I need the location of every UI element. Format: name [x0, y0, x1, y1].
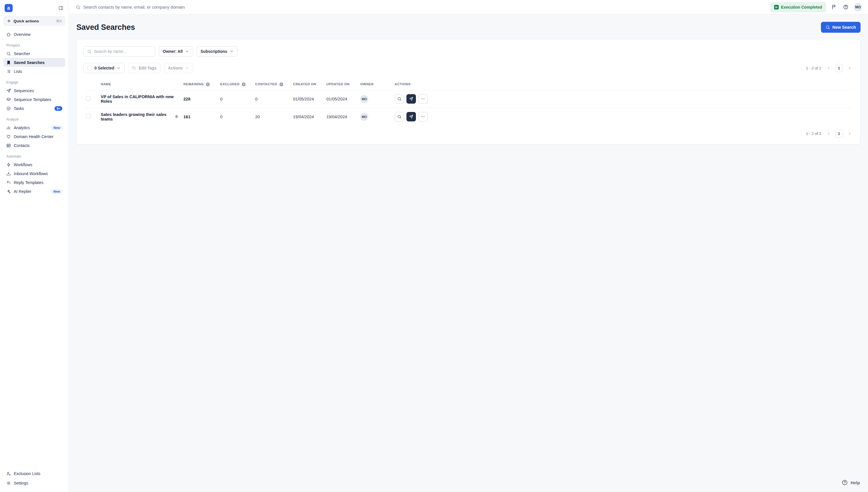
- sidebar-item-domain-health-center[interactable]: Domain Health Center: [3, 132, 65, 141]
- pagination-range: 1 - 2 of 2: [806, 131, 821, 136]
- help-menu-button[interactable]: [842, 3, 850, 11]
- health-icon: [6, 134, 11, 139]
- sidebar-item-inbound-workflows[interactable]: Inbound Workflows: [3, 169, 65, 178]
- sidebar-item-label: Inbound Workflows: [14, 171, 48, 176]
- name-search-field: [83, 46, 155, 56]
- layers-icon: [6, 97, 11, 102]
- sidebar-item-label: Contacts: [14, 143, 30, 148]
- pagination-top: 1 - 2 of 2 1: [806, 64, 853, 72]
- chevron-right-icon: [847, 66, 852, 70]
- sidebar-item-contacts[interactable]: Contacts: [3, 141, 65, 150]
- flag-button[interactable]: [830, 3, 838, 11]
- sidebar-item-lists[interactable]: Lists: [3, 67, 65, 76]
- info-icon[interactable]: [279, 82, 283, 87]
- saved-search-name[interactable]: VP of Sales in CALIFORNIA with new Roles: [101, 94, 179, 104]
- table-row: Sales leaders growing their sales teams …: [83, 108, 853, 126]
- check-circle-icon: [6, 106, 11, 111]
- row-send-button[interactable]: [406, 112, 416, 121]
- question-icon: [843, 4, 848, 10]
- chevron-right-icon: [847, 131, 852, 136]
- main-column: in Execution Completed MO Saved Searches…: [69, 0, 868, 492]
- info-icon[interactable]: [241, 82, 246, 87]
- section-title-engage: Engage: [3, 76, 65, 86]
- page-number-button[interactable]: 1: [835, 129, 843, 138]
- collapse-sidebar-button[interactable]: [58, 5, 64, 11]
- owner-filter-label: Owner: All: [163, 49, 183, 54]
- edit-tags-button[interactable]: Edit Tags: [128, 63, 160, 73]
- sidebar-item-label: Overview: [14, 32, 30, 37]
- sidebar-item-exclusion-lists[interactable]: Exclusion Lists: [3, 469, 65, 478]
- status-badge-label: Execution Completed: [781, 5, 822, 9]
- actions-label: Actions: [168, 66, 182, 70]
- user-avatar[interactable]: MO: [854, 3, 862, 11]
- sidebar-item-sequence-templates[interactable]: Sequence Templates: [3, 95, 65, 104]
- row-search-button[interactable]: [395, 94, 404, 104]
- send-icon: [6, 89, 11, 93]
- select-all-checkbox[interactable]: [88, 66, 92, 70]
- sidebar-item-settings[interactable]: Settings: [3, 478, 65, 487]
- row-checkbox[interactable]: [86, 96, 91, 101]
- reply-icon: [6, 180, 11, 185]
- status-badge[interactable]: in Execution Completed: [770, 2, 826, 13]
- col-header-actions: Actions: [392, 79, 853, 90]
- sidebar-item-searcher[interactable]: Searcher: [3, 49, 65, 58]
- selected-count-label: 0 Selected: [94, 66, 114, 70]
- saved-search-name[interactable]: Sales leaders growing their sales teams: [101, 112, 179, 121]
- updated-on-date: 01/05/2024: [326, 97, 347, 101]
- chevron-left-icon: [827, 66, 831, 70]
- sidebar-item-ai-replier[interactable]: AI Replier New: [3, 187, 65, 196]
- filters-row: Owner: All Subscriptions: [83, 46, 853, 56]
- sidebar-item-analytics[interactable]: Analytics New: [3, 123, 65, 132]
- home-icon: [6, 32, 11, 37]
- prev-page-button[interactable]: [825, 129, 833, 138]
- ai-replier-new-badge: New: [51, 189, 62, 194]
- next-page-button[interactable]: [845, 129, 853, 138]
- sidebar-item-label: Tasks: [14, 106, 24, 111]
- sidebar-item-saved-searches[interactable]: Saved Searches: [3, 58, 65, 67]
- question-icon: [842, 479, 848, 486]
- list-toolbar: 0 Selected Edit Tags Actions 1 - 2 of 2: [83, 63, 853, 73]
- sidebar-item-overview[interactable]: Overview: [3, 30, 65, 39]
- excluded-count: 0: [220, 97, 222, 101]
- app-logo[interactable]: a: [5, 4, 13, 12]
- help-fab-label: Help: [850, 480, 860, 485]
- sidebar-item-tasks[interactable]: Tasks 9+: [3, 104, 65, 113]
- owner-filter-dropdown[interactable]: Owner: All: [159, 46, 193, 56]
- quick-actions-button[interactable]: Quick actions ⌘K: [3, 16, 65, 26]
- help-fab-button[interactable]: Help: [842, 479, 860, 486]
- col-header-name: Name: [98, 79, 181, 90]
- sidebar-item-label: Sequences: [14, 89, 34, 93]
- sidebar-item-workflows[interactable]: Workflows: [3, 160, 65, 169]
- page-title: Saved Searches: [76, 23, 135, 32]
- actions-dropdown[interactable]: Actions: [164, 63, 193, 73]
- row-more-button[interactable]: [418, 94, 428, 104]
- row-search-button[interactable]: [395, 112, 404, 121]
- page-number-button[interactable]: 1: [835, 64, 843, 72]
- info-icon[interactable]: [205, 82, 210, 87]
- user-x-icon: [6, 471, 11, 476]
- bookmark-icon: [6, 60, 11, 65]
- send-icon: [409, 97, 413, 101]
- name-search-input[interactable]: [94, 49, 152, 54]
- sidebar-item-reply-templates[interactable]: Reply Templates: [3, 178, 65, 187]
- sidebar-item-label: Sequence Templates: [14, 97, 51, 102]
- search-icon: [6, 51, 11, 56]
- row-more-button[interactable]: [418, 112, 428, 121]
- app-root: a Quick actions ⌘K Overview Prospect Sea…: [0, 0, 868, 492]
- list-icon: [6, 69, 11, 74]
- sidebar-bottom: Exclusion Lists Settings: [3, 469, 65, 487]
- global-search-input[interactable]: [83, 5, 232, 9]
- linkedin-icon: in: [774, 5, 779, 9]
- created-on-date: 01/05/2024: [293, 97, 314, 101]
- prev-page-button[interactable]: [825, 64, 833, 72]
- new-search-button[interactable]: New Search: [821, 22, 861, 33]
- row-checkbox[interactable]: [86, 114, 91, 119]
- row-actions: [395, 94, 851, 104]
- selected-dropdown[interactable]: 0 Selected: [83, 63, 125, 73]
- sidebar-item-sequences[interactable]: Sequences: [3, 86, 65, 95]
- col-header-excluded: Excluded: [218, 79, 253, 90]
- contacted-count: 20: [255, 115, 260, 119]
- next-page-button[interactable]: [845, 64, 853, 72]
- row-send-button[interactable]: [406, 94, 416, 104]
- subscriptions-filter-dropdown[interactable]: Subscriptions: [197, 46, 238, 56]
